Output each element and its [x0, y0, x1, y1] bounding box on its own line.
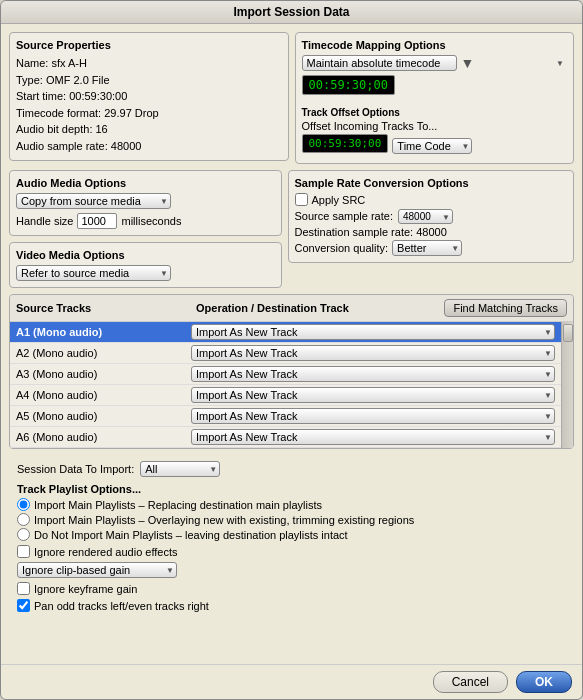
track-row[interactable]: A2 (Mono audio)Import As New TrackImport… [10, 343, 561, 364]
offset-label: Offset Incoming Tracks To... [302, 120, 568, 132]
dialog-buttons: Cancel OK [1, 664, 582, 699]
track-row[interactable]: A6 (Mono audio)Import As New TrackImport… [10, 427, 561, 448]
quality-select[interactable]: LowGoodBetterBestTweak Head [392, 240, 462, 256]
source-properties-panel: Source Properties Name: sfx A-HType: OMF… [9, 32, 289, 161]
track-operation-wrapper: Import As New TrackImport Main PlaylistD… [191, 429, 555, 445]
playlist-radio-input-1[interactable] [17, 513, 30, 526]
ignore-rendered-row: Ignore rendered audio effects [17, 545, 566, 558]
ignore-rendered-label: Ignore rendered audio effects [34, 546, 178, 558]
ignore-keyframe-row: Ignore keyframe gain [17, 582, 566, 595]
video-media-title: Video Media Options [16, 249, 275, 261]
track-name: A2 (Mono audio) [16, 347, 191, 359]
apply-src-checkbox[interactable] [295, 193, 308, 206]
video-media-panel: Video Media Options Refer to source medi… [9, 242, 282, 288]
tracks-list: A1 (Mono audio)Import As New TrackImport… [10, 322, 561, 448]
track-operation-select[interactable]: Import As New TrackImport Main PlaylistD… [191, 345, 555, 361]
tracks-scrollbar[interactable] [561, 322, 573, 448]
audio-media-select[interactable]: Copy from source mediaRefer to source me… [16, 193, 171, 209]
window-title-bar: Import Session Data [1, 1, 582, 24]
track-row[interactable]: A5 (Mono audio)Import As New TrackImport… [10, 406, 561, 427]
session-import-select[interactable]: AllSelected Tracks Only [140, 461, 220, 477]
source-rate-label: Source sample rate: 48000 [295, 209, 568, 224]
timecode-mapping-panel: Timecode Mapping Options Maintain absolu… [295, 32, 575, 164]
track-operation-select[interactable]: Import As New TrackImport Main PlaylistD… [191, 387, 555, 403]
cancel-button[interactable]: Cancel [433, 671, 508, 693]
track-name: A3 (Mono audio) [16, 368, 191, 380]
quality-label: Conversion quality: [295, 242, 389, 254]
track-operation-wrapper: Import As New TrackImport Main PlaylistD… [191, 345, 555, 361]
tracks-section: Source Tracks Operation / Destination Tr… [9, 294, 574, 449]
timecode-display: 00:59:30;00 [302, 75, 395, 95]
playlist-radio-1: Import Main Playlists – Overlaying new w… [17, 513, 566, 526]
track-offset-type-select[interactable]: Time CodeBars|BeatsSamples [392, 138, 472, 154]
playlist-radio-label-2: Do Not Import Main Playlists – leaving d… [34, 529, 348, 541]
track-row[interactable]: A3 (Mono audio)Import As New TrackImport… [10, 364, 561, 385]
playlist-options: Track Playlist Options... Import Main Pl… [17, 483, 566, 541]
clip-gain-row: Ignore clip-based gainApply clip-based g… [17, 562, 566, 578]
audio-media-panel: Audio Media Options Copy from source med… [9, 170, 282, 236]
handle-size-input[interactable] [77, 213, 117, 229]
pan-odd-checkbox[interactable] [17, 599, 30, 612]
timecode-mapping-select[interactable]: Maintain absolute timecode valuesMap sta… [302, 55, 457, 71]
track-operation-select[interactable]: Import As New TrackImport Main PlaylistD… [191, 408, 555, 424]
playlist-radio-2: Do Not Import Main Playlists – leaving d… [17, 528, 566, 541]
ok-button[interactable]: OK [516, 671, 572, 693]
track-operation-wrapper: Import As New TrackImport Main PlaylistD… [191, 366, 555, 382]
pan-odd-label: Pan odd tracks left/even tracks right [34, 600, 209, 612]
track-operation-select[interactable]: Import As New TrackImport Main PlaylistD… [191, 366, 555, 382]
window-title: Import Session Data [233, 5, 349, 19]
playlist-radio-label-1: Import Main Playlists – Overlaying new w… [34, 514, 414, 526]
track-offset-timecode: 00:59:30;00 [302, 134, 389, 153]
track-operation-wrapper: Import As New TrackImport Main PlaylistD… [191, 387, 555, 403]
track-name: A4 (Mono audio) [16, 389, 191, 401]
ignore-keyframe-label: Ignore keyframe gain [34, 583, 137, 595]
track-operation-wrapper: Import As New TrackImport Main PlaylistD… [191, 324, 555, 340]
pan-odd-tracks-row: Pan odd tracks left/even tracks right [17, 599, 566, 612]
handle-size-unit: milliseconds [121, 215, 181, 227]
track-name: A5 (Mono audio) [16, 410, 191, 422]
track-name: A6 (Mono audio) [16, 431, 191, 443]
sample-rate-panel: Sample Rate Conversion Options Apply SRC… [288, 170, 575, 263]
apply-src-label: Apply SRC [312, 194, 366, 206]
playlist-radio-input-2[interactable] [17, 528, 30, 541]
track-operation-select[interactable]: Import As New TrackImport Main PlaylistD… [191, 429, 555, 445]
source-tracks-header: Source Tracks [16, 302, 196, 314]
session-import-label: Session Data To Import: [17, 463, 134, 475]
source-properties-title: Source Properties [16, 39, 282, 51]
track-operation-select[interactable]: Import As New TrackImport Main PlaylistD… [191, 324, 555, 340]
ignore-keyframe-checkbox[interactable] [17, 582, 30, 595]
timecode-mapping-title: Timecode Mapping Options [302, 39, 568, 51]
ignore-rendered-checkbox[interactable] [17, 545, 30, 558]
dest-rate-label: Destination sample rate: 48000 [295, 226, 568, 238]
sample-rate-title: Sample Rate Conversion Options [295, 177, 568, 189]
audio-media-title: Audio Media Options [16, 177, 275, 189]
track-row[interactable]: A1 (Mono audio)Import As New TrackImport… [10, 322, 561, 343]
handle-size-label: Handle size [16, 215, 73, 227]
track-name: A1 (Mono audio) [16, 326, 191, 338]
scroll-thumb[interactable] [563, 324, 573, 342]
playlist-radio-input-0[interactable] [17, 498, 30, 511]
find-matching-tracks-button[interactable]: Find Matching Tracks [444, 299, 567, 317]
video-media-select[interactable]: Refer to source mediaCopy from source me… [16, 265, 171, 281]
clip-gain-select[interactable]: Ignore clip-based gainApply clip-based g… [17, 562, 177, 578]
track-operation-wrapper: Import As New TrackImport Main PlaylistD… [191, 408, 555, 424]
import-session-dialog: Import Session Data Source Properties Na… [0, 0, 583, 700]
playlist-options-title: Track Playlist Options... [17, 483, 566, 495]
source-rate-select[interactable]: 48000 [398, 209, 453, 224]
track-offset-title: Track Offset Options [302, 107, 568, 118]
options-section: Session Data To Import: AllSelected Trac… [9, 455, 574, 622]
timecode-dropdown-arrow[interactable]: ▼ [461, 55, 475, 71]
operation-header: Operation / Destination Track [196, 302, 444, 314]
track-row[interactable]: A4 (Mono audio)Import As New TrackImport… [10, 385, 561, 406]
playlist-radio-label-0: Import Main Playlists – Replacing destin… [34, 499, 322, 511]
source-properties-text: Name: sfx A-HType: OMF 2.0 FileStart tim… [16, 55, 282, 154]
playlist-radio-0: Import Main Playlists – Replacing destin… [17, 498, 566, 511]
